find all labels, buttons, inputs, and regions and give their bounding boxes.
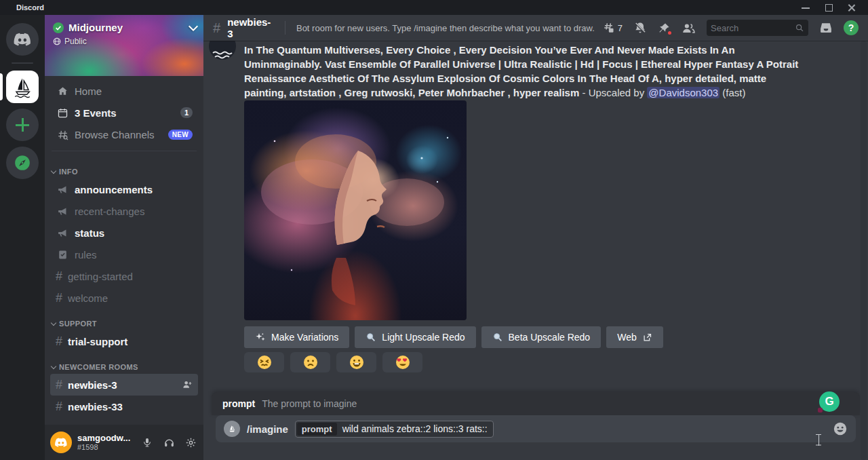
notifications-off-button[interactable] bbox=[633, 21, 647, 35]
channel-trial-support[interactable]: trial-support bbox=[50, 330, 198, 352]
rules-icon bbox=[56, 248, 69, 261]
reaction-frowning-face[interactable] bbox=[290, 352, 330, 372]
settings-gear-button[interactable] bbox=[183, 435, 198, 450]
new-badge: NEW bbox=[168, 130, 193, 140]
user-discriminator: #1598 bbox=[77, 443, 130, 451]
autocomplete-description: The prompt to imagine bbox=[262, 398, 357, 409]
magnifier-icon bbox=[492, 332, 503, 343]
minimize-icon[interactable] bbox=[802, 3, 810, 12]
chevron-down-icon bbox=[51, 364, 56, 369]
text-cursor bbox=[815, 434, 822, 446]
server-header[interactable]: Midjourney bbox=[53, 22, 197, 33]
parameter-label: prompt bbox=[297, 423, 337, 436]
category-info[interactable]: INFO bbox=[45, 157, 203, 178]
hash-icon bbox=[56, 269, 62, 283]
sidebar-item-events[interactable]: 3 Events 1 bbox=[50, 102, 198, 123]
megaphone-icon bbox=[56, 226, 69, 239]
help-button[interactable] bbox=[844, 20, 859, 35]
window-title: Discord bbox=[16, 3, 44, 12]
channel-status[interactable]: status bbox=[50, 222, 198, 244]
sidebar-item-home[interactable]: Home bbox=[50, 80, 198, 102]
server-banner[interactable]: Midjourney Public bbox=[45, 15, 203, 76]
member-list-button[interactable] bbox=[682, 21, 696, 35]
reaction-heart-eyes-face[interactable] bbox=[382, 352, 422, 372]
category-newcomer-rooms[interactable]: NEWCOMER ROOMS bbox=[45, 352, 203, 374]
microphone-button[interactable] bbox=[140, 435, 155, 450]
magnifier-icon bbox=[366, 332, 376, 343]
channel-rules[interactable]: rules bbox=[50, 244, 198, 265]
channel-getting-started[interactable]: getting-started bbox=[50, 265, 198, 287]
slash-command-name[interactable]: /imagine bbox=[247, 423, 288, 435]
channel-newbies-3[interactable]: newbies-3 bbox=[50, 374, 198, 396]
explore-servers-button[interactable] bbox=[6, 147, 39, 179]
chat-area: newbies-3 Bot room for new users. Type /… bbox=[203, 15, 868, 460]
compass-icon bbox=[14, 154, 31, 172]
verified-badge-icon bbox=[53, 22, 64, 33]
category-support[interactable]: SUPPORT bbox=[45, 309, 203, 330]
search-icon bbox=[795, 23, 804, 33]
chevron-down-icon bbox=[189, 21, 198, 31]
pin-alert-badge bbox=[667, 30, 673, 36]
sidebar-item-browse-channels[interactable]: Browse Channels NEW bbox=[50, 123, 198, 145]
user-panel: samgoodw... #1598 bbox=[45, 425, 203, 460]
midjourney-server-button[interactable] bbox=[6, 71, 39, 103]
upscaled-by-text: - Upscaled by bbox=[579, 87, 647, 98]
parameter-value[interactable]: wild animals zebra::2 lions::3 rats:: bbox=[342, 423, 488, 434]
channel-topic[interactable]: Bot room for new users. Type /imagine th… bbox=[296, 23, 596, 33]
headphones-button[interactable] bbox=[161, 435, 176, 450]
plus-icon bbox=[16, 118, 29, 132]
invite-people-icon[interactable] bbox=[182, 379, 193, 390]
light-upscale-redo-button[interactable]: Light Upscale Redo bbox=[355, 326, 475, 348]
make-variations-button[interactable]: Make Variations bbox=[244, 326, 349, 348]
user-avatar[interactable] bbox=[50, 432, 72, 453]
maximize-icon[interactable] bbox=[825, 3, 833, 12]
grammarly-icon[interactable] bbox=[819, 391, 840, 412]
portrait-artwork bbox=[244, 100, 467, 320]
browse-channels-icon bbox=[56, 128, 69, 141]
hash-icon bbox=[56, 400, 62, 413]
slash-command-autocomplete[interactable]: prompt The prompt to imagine bbox=[212, 392, 860, 415]
sidebar-divider bbox=[52, 151, 197, 151]
autocomplete-option[interactable]: prompt bbox=[222, 398, 255, 409]
search-box[interactable] bbox=[707, 20, 808, 36]
user-mention[interactable]: @Davidson303 bbox=[647, 87, 719, 98]
search-input[interactable] bbox=[711, 23, 792, 33]
channel-header: newbies-3 Bot room for new users. Type /… bbox=[203, 15, 868, 41]
sailboat-icon bbox=[10, 75, 35, 99]
add-server-button[interactable] bbox=[6, 109, 39, 141]
reaction-confounded-face[interactable] bbox=[244, 352, 284, 372]
close-icon[interactable] bbox=[848, 3, 856, 12]
threads-button[interactable]: 7 bbox=[601, 21, 623, 35]
discord-logo-icon bbox=[13, 30, 32, 49]
server-visibility-label: Public bbox=[64, 37, 87, 46]
generated-image[interactable] bbox=[244, 100, 467, 320]
chat-scrollbar[interactable] bbox=[861, 41, 867, 460]
inbox-button[interactable] bbox=[819, 21, 833, 35]
channel-newbies-33[interactable]: newbies-33 bbox=[50, 396, 198, 417]
megaphone-icon bbox=[56, 183, 69, 196]
external-link-icon bbox=[642, 332, 652, 343]
chevron-down-icon bbox=[51, 168, 56, 174]
emoji-picker-button[interactable] bbox=[833, 421, 848, 436]
channel-recent-changes[interactable]: recent-changes bbox=[50, 200, 198, 222]
message-input-bar[interactable]: /imagine prompt wild animals zebra::2 li… bbox=[216, 415, 856, 442]
channel-hash-icon bbox=[213, 21, 220, 35]
command-bot-avatar bbox=[224, 421, 240, 437]
channel-title: newbies-3 bbox=[227, 16, 274, 39]
user-info[interactable]: samgoodw... #1598 bbox=[77, 434, 130, 451]
discord-home-button[interactable] bbox=[6, 23, 39, 56]
hash-icon bbox=[56, 334, 62, 348]
beta-upscale-redo-button[interactable]: Beta Upscale Redo bbox=[481, 326, 601, 348]
command-parameter[interactable]: prompt wild animals zebra::2 lions::3 ra… bbox=[295, 421, 494, 438]
globe-icon bbox=[53, 37, 61, 45]
web-button[interactable]: Web bbox=[606, 326, 663, 348]
channel-announcements[interactable]: announcements bbox=[50, 178, 198, 200]
megaphone-icon bbox=[56, 204, 69, 218]
hash-icon bbox=[56, 291, 62, 305]
rail-divider bbox=[12, 62, 33, 64]
reaction-grinning-face[interactable] bbox=[336, 352, 376, 372]
grammarly-badge bbox=[818, 408, 823, 413]
window-titlebar: Discord bbox=[0, 0, 868, 15]
channel-welcome[interactable]: welcome bbox=[50, 287, 198, 309]
pinned-messages-button[interactable] bbox=[658, 22, 671, 35]
